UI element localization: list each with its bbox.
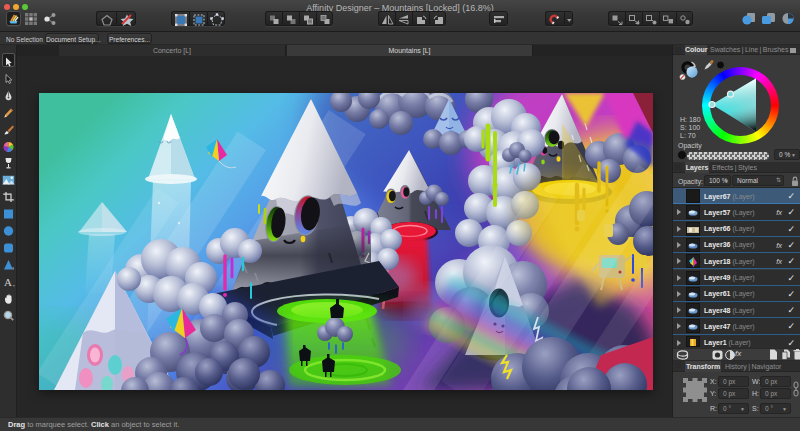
svg-text:A: A: [4, 276, 12, 288]
